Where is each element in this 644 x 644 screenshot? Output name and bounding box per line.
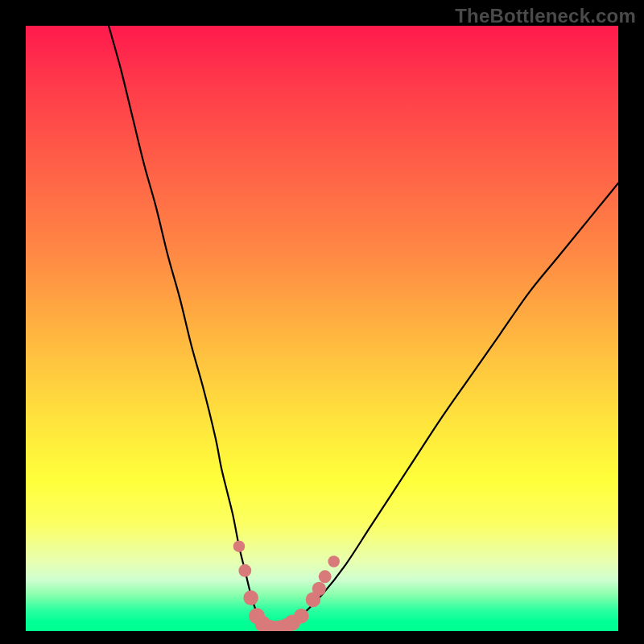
highlight-dot xyxy=(238,564,251,577)
highlight-dot xyxy=(233,540,246,552)
plot-area xyxy=(26,26,618,631)
curve-layer xyxy=(26,26,618,631)
chart-frame: TheBottleneck.com xyxy=(0,0,644,644)
highlight-dot xyxy=(328,555,340,568)
highlight-dot xyxy=(294,609,309,624)
highlight-dot xyxy=(243,590,258,605)
highlight-dot xyxy=(319,570,332,583)
highlight-dot xyxy=(312,582,326,596)
bottleneck-curve xyxy=(109,26,618,631)
watermark-text: TheBottleneck.com xyxy=(455,5,636,27)
